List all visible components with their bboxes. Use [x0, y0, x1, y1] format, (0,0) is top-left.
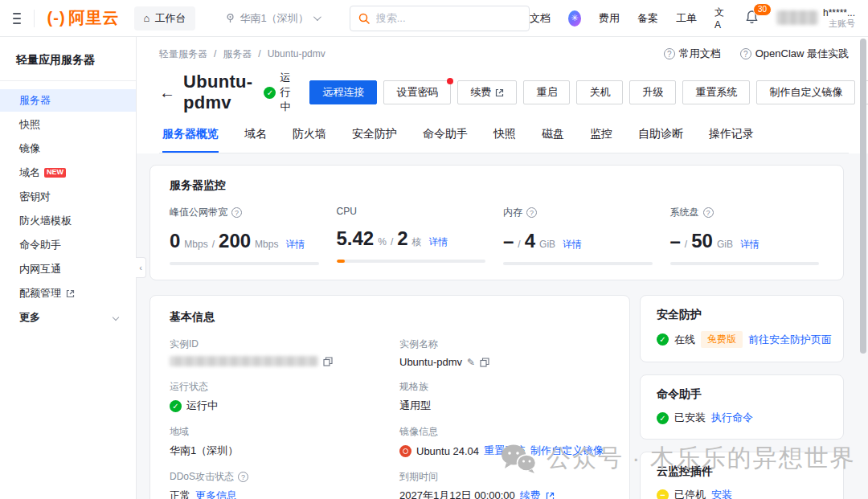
remote-connect-button[interactable]: 远程连接: [309, 80, 377, 104]
sidebar-item-more[interactable]: 更多: [0, 306, 136, 329]
reset-system-button[interactable]: 重置系统: [682, 80, 750, 104]
sidebar-item-quota[interactable]: 配额管理: [0, 282, 136, 305]
cpu-detail-link[interactable]: 详情: [429, 235, 448, 249]
breadcrumb-item[interactable]: 服务器: [223, 47, 252, 61]
tab-diagnosis[interactable]: 自助诊断: [638, 127, 683, 153]
scrollbar[interactable]: [860, 39, 866, 497]
help-icon: ?: [664, 48, 675, 59]
shutdown-button[interactable]: 关机: [576, 80, 623, 104]
page-title: Ubuntu-pdmv: [183, 72, 252, 113]
stopped-status-icon: −: [657, 489, 669, 499]
help-icon: ?: [740, 48, 751, 59]
sidebar-item-private-network[interactable]: 内网互通: [0, 258, 136, 280]
back-arrow-icon[interactable]: ←: [159, 84, 175, 100]
tab-firewall[interactable]: 防火墙: [293, 127, 326, 153]
tab-domains[interactable]: 域名: [244, 127, 267, 153]
field-instance-id: 实例ID: [170, 337, 380, 368]
run-command-link[interactable]: 执行命令: [711, 411, 753, 425]
nav-tickets[interactable]: 工单: [676, 11, 697, 26]
chevron-down-icon: [313, 13, 321, 21]
cloud-monitor-plugin-card: 云监控插件 − 已停机 安装: [640, 452, 844, 499]
sidebar-item-servers[interactable]: 服务器: [0, 89, 136, 112]
disk-detail-link[interactable]: 详情: [740, 238, 760, 252]
field-ddos-status: DDoS攻击状态? 正常更多信息: [170, 470, 380, 499]
help-icon[interactable]: ?: [703, 207, 714, 218]
breadcrumb-item-current: Ubuntu-pdmv: [268, 48, 326, 59]
aliyun-logo[interactable]: (-) 阿里云: [47, 7, 120, 29]
cpu-progress: [337, 260, 345, 263]
sidebar-item-command-assistant[interactable]: 命令助手: [0, 234, 136, 256]
renew-button[interactable]: 续费: [457, 80, 517, 104]
new-badge: NEW: [44, 168, 66, 178]
restart-button[interactable]: 重启: [523, 80, 570, 104]
upgrade-button[interactable]: 升级: [629, 80, 676, 104]
top-navbar: (-) 阿里云 ⌂ 工作台 华南1（深圳） 文档 ✳ 费用 备案 工单 文A 3…: [0, 0, 868, 37]
bandwidth-detail-link[interactable]: 详情: [285, 238, 305, 252]
field-spec-family: 规格族 通用型: [399, 380, 610, 413]
tab-server-overview[interactable]: 服务器概览: [162, 127, 219, 153]
help-icon[interactable]: ?: [526, 207, 537, 218]
copy-icon[interactable]: [480, 358, 489, 367]
copy-icon[interactable]: [323, 357, 333, 366]
sidebar-collapse-handle[interactable]: ‹: [136, 257, 146, 278]
renew-link[interactable]: 续费: [520, 489, 541, 499]
location-icon: [226, 13, 235, 23]
notification-badge: 30: [753, 3, 772, 16]
workbench-button[interactable]: ⌂ 工作台: [134, 6, 196, 31]
create-custom-image-link[interactable]: 制作自定义镜像: [530, 444, 604, 458]
breadcrumb-item[interactable]: 轻量服务器: [159, 47, 207, 61]
basic-info-card: 基本信息 实例ID 实例名称 Ubuntu-pdmv ✎: [149, 295, 630, 499]
metric-cpu: CPU 5.42% / 2核 详情: [337, 206, 497, 265]
security-page-link[interactable]: 前往安全防护页面: [748, 333, 832, 347]
tab-disks[interactable]: 磁盘: [542, 127, 564, 153]
memory-detail-link[interactable]: 详情: [563, 238, 582, 252]
home-icon: ⌂: [144, 12, 150, 24]
redacted-instance-id: [170, 356, 318, 366]
sidebar-item-firewall-templates[interactable]: 防火墙模板: [0, 210, 136, 232]
sidebar-item-keypairs[interactable]: 密钥对: [0, 186, 136, 208]
basic-info-title: 基本信息: [170, 310, 610, 325]
help-icon[interactable]: ?: [238, 472, 248, 482]
language-icon[interactable]: 文A: [714, 6, 727, 31]
nav-docs[interactable]: 文档: [530, 11, 551, 26]
tab-monitoring[interactable]: 监控: [590, 127, 612, 153]
help-icon[interactable]: ?: [231, 207, 242, 218]
notifications-button[interactable]: 30: [745, 10, 759, 27]
sidebar-item-images[interactable]: 镜像: [0, 137, 136, 160]
external-link-icon: [546, 492, 555, 499]
create-custom-image-button[interactable]: 制作自定义镜像: [756, 80, 855, 104]
sidebar-item-snapshots[interactable]: 快照: [0, 113, 136, 136]
tab-security[interactable]: 安全防护: [352, 127, 397, 153]
tab-command-assistant[interactable]: 命令助手: [423, 127, 468, 153]
hamburger-icon[interactable]: [13, 13, 21, 24]
nav-billing[interactable]: 费用: [599, 11, 620, 26]
nav-icp[interactable]: 备案: [637, 11, 658, 26]
ubuntu-icon: [399, 445, 411, 457]
check-icon: ✓: [657, 412, 669, 424]
scrollbar-thumb[interactable]: [860, 39, 866, 354]
search-input[interactable]: [376, 12, 521, 24]
search-icon: [358, 13, 370, 24]
region-selector[interactable]: 华南1（深圳）: [226, 11, 318, 26]
sidebar-item-domains[interactable]: 域名 NEW: [0, 162, 136, 184]
command-assistant-card: 命令助手 ✓ 已安装 执行命令: [640, 374, 844, 440]
field-instance-name: 实例名称 Ubuntu-pdmv ✎: [399, 337, 610, 368]
metric-system-disk: 系统盘? – / 50GiB 详情: [670, 206, 831, 265]
avatar: [776, 10, 818, 25]
install-plugin-link[interactable]: 安装: [711, 488, 732, 499]
ddos-more-link[interactable]: 更多信息: [195, 489, 237, 499]
field-run-status: 运行状态 ✓运行中: [170, 380, 380, 413]
search-box[interactable]: [350, 6, 530, 31]
common-docs-link[interactable]: ?常用文档: [664, 47, 721, 61]
ai-assistant-icon[interactable]: ✳: [568, 10, 581, 27]
sidebar-title: 轻量应用服务器: [0, 37, 136, 80]
edit-icon[interactable]: ✎: [467, 357, 475, 368]
aliyun-logo-mark: (-): [47, 9, 66, 27]
best-practice-link[interactable]: ?OpenClaw 最佳实践: [740, 47, 849, 61]
tab-snapshots[interactable]: 快照: [493, 127, 516, 153]
tab-operation-log[interactable]: 操作记录: [709, 127, 754, 153]
set-password-button[interactable]: 设置密码: [383, 80, 451, 104]
account-menu[interactable]: h*****... 主账号: [776, 7, 855, 30]
monitor-card-title: 服务器监控: [170, 178, 830, 193]
reset-system-link[interactable]: 重置系统: [484, 444, 526, 458]
